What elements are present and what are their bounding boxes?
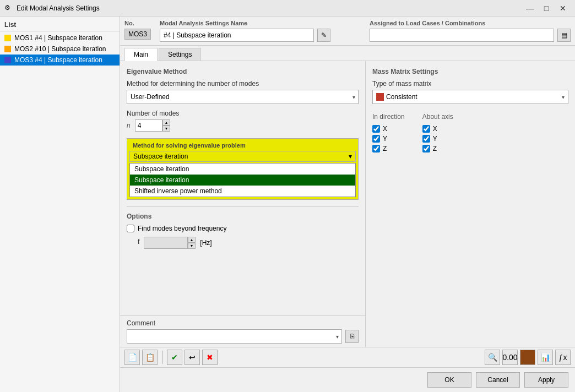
- assigned-label: Assigned to Load Cases / Combinations: [370, 20, 571, 26]
- eigen-selected-value: Subspace iteration: [133, 153, 188, 160]
- sidebar-item-mos1[interactable]: MOS1 #4 | Subspace iteration: [0, 32, 120, 43]
- eigen-option-0[interactable]: Subspace iteration: [130, 164, 355, 175]
- ok-button[interactable]: OK: [427, 372, 471, 388]
- in-direction-y-checkbox[interactable]: [372, 135, 380, 143]
- find-modes-checkbox[interactable]: [127, 225, 134, 232]
- name-input[interactable]: [160, 29, 314, 42]
- cancel-button[interactable]: Cancel: [476, 372, 520, 388]
- about-axis-y-label: Y: [433, 135, 437, 143]
- spin-btns: ▴ ▾: [162, 119, 170, 132]
- mass-dropdown-wrapper[interactable]: Consistent ▾: [372, 90, 568, 104]
- toolbar-value-button[interactable]: 0.00: [502, 350, 518, 365]
- spin-down[interactable]: ▾: [162, 126, 170, 132]
- toolbar-new-button[interactable]: 📄: [124, 350, 140, 365]
- toolbar-separator: [162, 351, 162, 364]
- in-direction-col: In direction X Y Z: [372, 113, 405, 153]
- comment-label: Comment: [127, 319, 359, 327]
- mos3-label: MOS3 #4 | Subspace iteration: [14, 56, 102, 64]
- title-bar-controls: — □ ✕: [522, 2, 571, 14]
- eigen-dropdown-header[interactable]: Subspace iteration ▾: [129, 151, 356, 162]
- modes-label-row: Number of modes: [127, 110, 359, 117]
- n-label: n: [127, 122, 131, 129]
- solving-label: Method for solving eigenvalue problem: [129, 141, 356, 151]
- main-layout: List MOS1 #4 | Subspace iteration MOS2 #…: [0, 17, 575, 392]
- sidebar-item-mos3[interactable]: MOS3 #4 | Subspace iteration: [0, 55, 120, 66]
- toolbar-color-button[interactable]: [520, 350, 535, 365]
- freq-input[interactable]: [144, 237, 188, 249]
- freq-spin-btns: ▴ ▾: [188, 237, 196, 249]
- mos2-color: [4, 46, 11, 52]
- toolbar-check-button[interactable]: ✔: [167, 350, 182, 365]
- close-button[interactable]: ✕: [555, 2, 571, 14]
- mass-section-title: Mass Matrix Settings: [372, 68, 568, 75]
- number-modes-row: n ▴ ▾: [127, 119, 359, 132]
- no-label: No.: [124, 20, 151, 26]
- about-axis-z-checkbox[interactable]: [422, 145, 430, 153]
- method-dropdown[interactable]: User-Defined Automatic: [127, 90, 359, 104]
- assigned-value-row: ▤: [370, 29, 571, 42]
- no-value: MOS3: [124, 29, 151, 40]
- left-content: Eigenvalue Method Method for determining…: [120, 61, 366, 347]
- freq-spinbox-wrapper: ▴ ▾: [144, 237, 196, 249]
- minimize-button[interactable]: —: [522, 2, 538, 14]
- comment-action-button[interactable]: ⎘: [345, 330, 359, 343]
- mos1-label: MOS1 #4 | Subspace iteration: [14, 34, 102, 42]
- freq-label: f: [138, 238, 139, 246]
- eigen-dropdown-chevron: ▾: [349, 153, 352, 160]
- in-direction-x: X: [372, 125, 405, 133]
- assigned-box: [370, 29, 554, 42]
- maximize-button[interactable]: □: [539, 2, 554, 14]
- in-direction-z-checkbox[interactable]: [372, 145, 380, 153]
- toolbar-search-button[interactable]: 🔍: [485, 350, 500, 365]
- method-dropdown-wrapper: User-Defined Automatic ▾: [127, 90, 359, 104]
- about-axis-x: X: [422, 125, 453, 133]
- content-area: List MOS1 #4 | Subspace iteration MOS2 #…: [0, 17, 575, 392]
- eigenvalue-dropdown-area: Method for solving eigenvalue problem Su…: [127, 138, 359, 200]
- in-direction-x-checkbox[interactable]: [372, 125, 380, 133]
- sidebar: List MOS1 #4 | Subspace iteration MOS2 #…: [0, 17, 120, 392]
- footer-buttons: OK Cancel Apply: [120, 367, 575, 392]
- name-edit-button[interactable]: ✎: [317, 29, 330, 42]
- find-modes-label: Find modes beyond frequency: [138, 225, 226, 232]
- eigen-option-2[interactable]: Shifted inverse power method: [130, 186, 355, 197]
- comment-input[interactable]: [127, 329, 342, 344]
- assigned-section: Assigned to Load Cases / Combinations ▤: [370, 20, 571, 42]
- eigen-option-1[interactable]: Subspace iteration: [130, 175, 355, 186]
- apply-button[interactable]: Apply: [524, 372, 568, 388]
- toolbar-delete-button[interactable]: ✖: [202, 350, 218, 365]
- main-content: Eigenvalue Method Method for determining…: [120, 61, 575, 347]
- find-modes-row: Find modes beyond frequency: [127, 225, 359, 232]
- no-section: No. MOS3: [124, 20, 151, 40]
- in-direction-z-label: Z: [383, 145, 387, 153]
- comment-section: Comment ▾ ⎘: [120, 315, 365, 347]
- title-bar: ⚙ Edit Modal Analysis Settings — □ ✕: [0, 0, 575, 17]
- tab-main[interactable]: Main: [124, 48, 158, 61]
- toolbar-copy-button[interactable]: 📋: [142, 350, 158, 365]
- modes-spinbox[interactable]: [135, 119, 162, 132]
- freq-unit: [Hz]: [200, 239, 211, 247]
- tabs-row: Main Settings: [120, 46, 575, 61]
- freq-row: f ▴ ▾ [Hz]: [127, 237, 359, 249]
- in-direction-x-label: X: [383, 125, 387, 133]
- about-axis-x-label: X: [433, 125, 437, 133]
- modes-label: Number of modes: [127, 110, 179, 117]
- right-content: Mass Matrix Settings Type of mass matrix…: [366, 61, 575, 347]
- toolbar-graph-button[interactable]: 📊: [538, 350, 553, 365]
- about-axis-y: Y: [422, 135, 453, 143]
- toolbar-formula-button[interactable]: ƒx: [555, 350, 571, 365]
- name-section: Modal Analysis Settings Name ✎: [160, 20, 361, 42]
- about-axis-y-checkbox[interactable]: [422, 135, 430, 143]
- spin-up[interactable]: ▴: [162, 119, 170, 126]
- freq-spin-up[interactable]: ▴: [188, 237, 196, 243]
- method-label: Method for determining the number of mod…: [127, 80, 359, 88]
- assigned-btn[interactable]: ▤: [557, 29, 571, 42]
- name-label: Modal Analysis Settings Name: [160, 20, 361, 26]
- mos2-label: MOS2 #10 | Subspace iteration: [14, 45, 106, 53]
- comment-input-row: ▾ ⎘: [127, 329, 359, 344]
- toolbar-undo-button[interactable]: ↩: [185, 350, 200, 365]
- about-axis-x-checkbox[interactable]: [422, 125, 430, 133]
- sidebar-item-mos2[interactable]: MOS2 #10 | Subspace iteration: [0, 43, 120, 55]
- right-panel: No. MOS3 Modal Analysis Settings Name ✎ …: [120, 17, 575, 392]
- freq-spin-down[interactable]: ▾: [188, 243, 196, 249]
- tab-settings[interactable]: Settings: [159, 48, 201, 61]
